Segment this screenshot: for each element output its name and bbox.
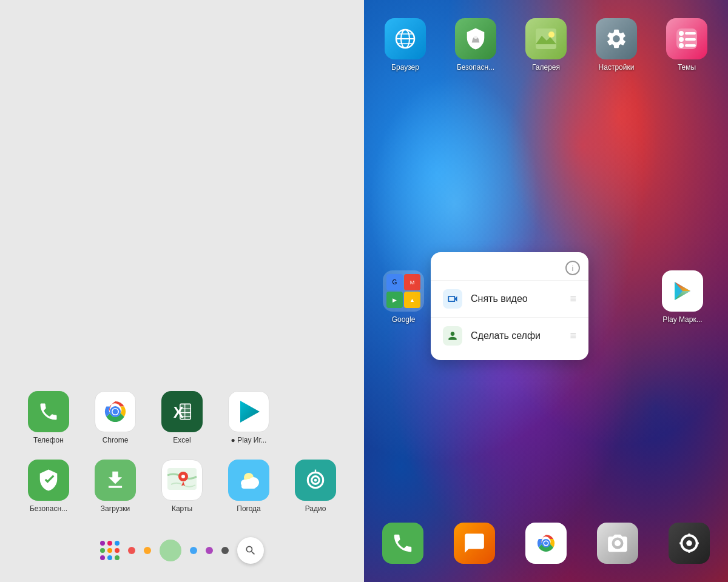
folder-label: Google [392, 315, 416, 324]
app-play[interactable]: ● Play Иг... [221, 391, 276, 444]
app-grid: Телефон Chrome [21, 391, 343, 513]
settings-label: Настройки [599, 63, 635, 72]
dock-messenger[interactable] [447, 523, 502, 564]
svg-point-34 [679, 31, 684, 36]
svg-point-3 [113, 409, 118, 415]
page-dot-4[interactable] [206, 547, 213, 554]
video-label: Снять видео [471, 293, 561, 304]
svg-rect-19 [241, 484, 256, 489]
phone-icon [28, 391, 69, 432]
context-item-selfie[interactable]: Сделать селфи ≡ [431, 317, 588, 354]
svg-rect-37 [685, 38, 696, 41]
weather-label: Погода [237, 504, 261, 513]
svg-point-14 [181, 475, 185, 478]
info-button[interactable]: i [565, 261, 580, 275]
svg-point-22 [314, 478, 317, 481]
maps-label: Карты [172, 504, 192, 513]
app-chrome[interactable]: Chrome [88, 391, 143, 444]
context-menu-header: i [431, 258, 588, 280]
excel-icon: X [161, 391, 203, 432]
right-content: Браузер Безопасн... [364, 0, 728, 582]
page-dot-5[interactable] [221, 547, 229, 554]
radio-icon [295, 460, 336, 501]
security-label: Безопасн... [30, 504, 67, 513]
chrome-icon-left [95, 391, 136, 432]
dock-browser[interactable]: Браузер [378, 18, 433, 72]
page-dot-2[interactable] [144, 547, 151, 554]
app-excel[interactable]: X Excel [155, 391, 209, 444]
svg-point-36 [679, 37, 684, 42]
apps-dot[interactable] [100, 541, 120, 560]
video-handle: ≡ [570, 293, 576, 306]
downloads-label: Загрузки [101, 504, 130, 513]
app-phone[interactable]: Телефон [21, 391, 76, 444]
security-icon [28, 460, 69, 501]
app-radio[interactable]: Радио [288, 460, 343, 513]
radio-label: Радио [305, 504, 326, 513]
browser-label: Браузер [391, 63, 419, 72]
play-market[interactable]: Play Марк... [655, 270, 710, 324]
app-row-1: Телефон Chrome [21, 391, 276, 444]
dock-gallery[interactable]: Галерея [519, 18, 573, 72]
dock-themes[interactable]: Темы [659, 18, 714, 72]
gallery-icon [525, 18, 567, 59]
selfie-label: Сделать селфи [471, 330, 561, 341]
themes-label: Темы [678, 63, 696, 72]
google-folder[interactable]: G M ▶ ▲ Google [376, 270, 431, 324]
svg-rect-39 [685, 44, 696, 47]
play-market-icon [662, 270, 703, 312]
dock-phone-icon [382, 523, 423, 564]
svg-rect-30 [536, 28, 556, 49]
folder-mini-4: ▲ [404, 292, 420, 308]
chrome-label: Chrome [103, 436, 129, 444]
app-row-2: Безопасн... Загрузки [21, 460, 343, 513]
page-indicators [100, 537, 264, 564]
messenger-icon [454, 523, 495, 564]
folder-icon: G M ▶ ▲ [383, 270, 424, 312]
play-market-label: Play Марк... [662, 315, 702, 324]
page-dot-3[interactable] [190, 547, 197, 554]
page-dot-active[interactable] [160, 540, 181, 561]
video-icon [443, 289, 462, 309]
dock-secure[interactable]: Безопасн... [448, 18, 503, 72]
svg-rect-5 [180, 404, 190, 420]
dock-settings[interactable]: Настройки [589, 18, 644, 72]
settings-icon [596, 18, 637, 59]
app-maps[interactable]: Карты [155, 460, 209, 513]
folder-mini-2: M [404, 274, 420, 290]
secure-label: Безопасн... [457, 63, 494, 72]
camera-icon [597, 523, 638, 564]
dock-phone[interactable] [376, 523, 430, 564]
app-security[interactable]: Безопасн... [21, 460, 76, 513]
middle-area: G M ▶ ▲ Google i Снять видео ≡ [364, 264, 728, 330]
lens-icon [669, 523, 710, 564]
gallery-label: Галерея [532, 63, 560, 72]
folder-mini-3: ▶ [386, 292, 403, 308]
context-item-video[interactable]: Снять видео ≡ [431, 280, 588, 317]
svg-point-32 [548, 32, 554, 38]
left-panel: Телефон Chrome [0, 0, 364, 582]
app-weather[interactable]: Погода [221, 460, 276, 513]
context-menu: i Снять видео ≡ Сделать селфи ≡ [431, 252, 588, 360]
maps-icon [161, 460, 203, 501]
right-panel: Браузер Безопасн... [364, 0, 728, 582]
dock-camera[interactable] [590, 523, 645, 564]
play-icon [228, 391, 269, 432]
weather-icon [228, 460, 269, 501]
phone-label: Телефон [33, 436, 64, 444]
svg-point-47 [686, 540, 692, 546]
app-downloads[interactable]: Загрузки [88, 460, 143, 513]
dock-chrome-bottom[interactable] [519, 523, 573, 564]
download-icon [95, 460, 136, 501]
svg-point-45 [544, 541, 548, 545]
search-button[interactable] [237, 537, 264, 564]
selfie-handle: ≡ [570, 330, 576, 343]
bottom-dock [364, 517, 728, 582]
browser-icon [385, 18, 426, 59]
folder-mini-1: G [386, 274, 403, 290]
svg-point-38 [679, 43, 684, 48]
excel-label: Excel [173, 436, 190, 444]
dock-lens[interactable] [662, 523, 716, 564]
page-dot-1[interactable] [128, 547, 135, 554]
secure-icon [455, 18, 496, 59]
